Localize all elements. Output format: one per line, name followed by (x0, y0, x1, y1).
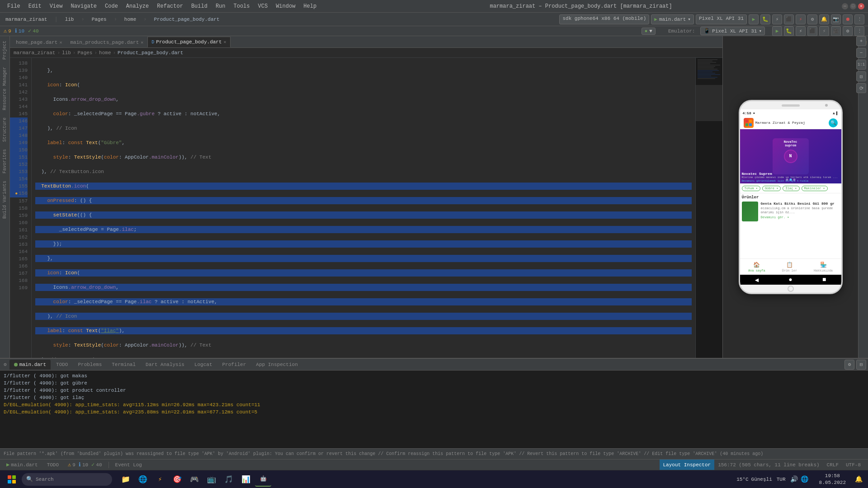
settings-btn[interactable]: ⚙ (807, 14, 817, 24)
project-name[interactable]: marmara_ziraat (4, 16, 49, 23)
taskbar-search[interactable]: 🔍 Search (22, 473, 112, 486)
menu-tools[interactable]: Tools (230, 2, 254, 10)
cat-ilac[interactable]: İlaç ▾ (783, 186, 799, 191)
emulator-debug[interactable]: 🐛 (784, 26, 794, 36)
emulator-stop[interactable]: ⬛ (807, 26, 817, 36)
sidebar-project[interactable]: Project (1, 38, 8, 62)
camera-btn[interactable]: 📷 (831, 14, 841, 24)
stop-button[interactable]: ⬛ (784, 14, 794, 24)
line-col-indicator[interactable]: 156:72 (505 chars, 11 line breaks) (714, 460, 823, 470)
console-tab-problems[interactable]: Problems (73, 360, 106, 370)
android-home[interactable]: ● (788, 276, 792, 283)
taskbar-android-studio[interactable]: 🤖 (255, 472, 271, 487)
taskbar-app-3[interactable]: 🎮 (186, 472, 203, 487)
cat-makineler[interactable]: Makineler ▾ (802, 186, 828, 191)
notification-center[interactable]: 🔔 (853, 475, 864, 483)
console-tab-dart-analysis[interactable]: Dart Analysis (141, 360, 189, 370)
problems-status[interactable]: ⚠ 9 ℹ 10 ✓ 40 (65, 460, 104, 470)
pages-path[interactable]: Pages (90, 16, 108, 23)
notification-btn[interactable]: 🔔 (819, 14, 829, 24)
info-bar-text[interactable]: File pattern '*.apk' (from 'bundled' plu… (4, 451, 763, 456)
emulator-settings[interactable]: ⚙ (843, 26, 853, 36)
crlf-indicator[interactable]: CRLF (823, 460, 842, 470)
menu-help[interactable]: Help (300, 2, 320, 10)
android-recents[interactable]: ■ (822, 276, 826, 283)
run-config-selector[interactable]: ▶ main.dart ▾ (651, 14, 694, 24)
sidebar-favorites[interactable]: Favorites (1, 146, 8, 176)
zoom-out-button[interactable]: − (856, 48, 866, 58)
console-content[interactable]: I/flutter ( 4900): got makas I/flutter (… (0, 371, 868, 448)
taskbar-app-6[interactable]: 📊 (238, 472, 254, 487)
console-expand-btn[interactable]: ⊟ (856, 360, 866, 370)
menu-edit[interactable]: Edit (25, 2, 45, 10)
home-path[interactable]: home (123, 16, 138, 23)
menu-build[interactable]: Build (188, 2, 211, 10)
todo-status[interactable]: TODO (44, 460, 61, 470)
rotate-button[interactable]: ⟳ (856, 83, 866, 93)
start-button[interactable] (4, 472, 20, 487)
menu-window[interactable]: Window (272, 2, 299, 10)
network-icon[interactable]: 🌐 (801, 475, 808, 483)
emulator-coverage[interactable]: ⚡ (796, 26, 806, 36)
device-selector[interactable]: 📱 Pixel XL API 31 ▾ (700, 27, 765, 35)
close-tab-2[interactable]: ✕ (224, 39, 226, 45)
menu-file[interactable]: File (4, 2, 24, 10)
nav-about[interactable]: 🏪 Hakkımızda (814, 262, 833, 272)
console-tab-app-inspection[interactable]: App Inspection (251, 360, 302, 370)
nav-home[interactable]: 🏠 Ana sayfa (748, 262, 765, 272)
speaker-icon[interactable]: 🔊 (790, 475, 798, 483)
taskbar-app-5[interactable]: 🎵 (221, 472, 237, 487)
emulator-run[interactable]: ▶ (772, 26, 782, 36)
sdk-selector[interactable]: sdk gphone64 x86 64 (mobile) (559, 14, 649, 24)
warnings-count[interactable]: ⚠ 9 (4, 28, 11, 34)
cat-tohum[interactable]: Tohum ▾ (742, 186, 760, 191)
close-button[interactable]: ✕ (858, 3, 864, 9)
taskbar-app-4[interactable]: 📺 (203, 472, 220, 487)
lib-path[interactable]: lib (63, 16, 76, 23)
taskbar-chrome[interactable]: 🌐 (135, 472, 151, 487)
menu-bar[interactable]: File Edit View Navigate Code Analyze Ref… (4, 2, 320, 10)
menu-code[interactable]: Code (101, 2, 122, 10)
info-count[interactable]: ℹ 10 (15, 28, 24, 34)
file-path[interactable]: Product_page_body.dart (152, 16, 221, 23)
android-back[interactable]: ◀ (755, 276, 759, 284)
taskbar-app-1[interactable]: ⚡ (152, 472, 168, 487)
menu-run[interactable]: Run (212, 2, 229, 10)
app-search-button[interactable]: 🔍 (829, 118, 838, 127)
console-tab-run[interactable]: main.dart (9, 360, 51, 370)
code-content[interactable]: }, icon: Icon( Icons.arrow_drop_down, co… (32, 58, 695, 358)
run-with-coverage[interactable]: ⚡ (772, 14, 782, 24)
fit-button[interactable]: ⊡ (856, 71, 866, 81)
product-card[interactable]: Genta Katı Bitkı Besini Gül 800 gr eczac… (742, 202, 840, 221)
close-tab-0[interactable]: ✕ (59, 40, 62, 45)
console-tab-profiler[interactable]: Profiler (218, 360, 251, 370)
cat-gubre[interactable]: Gübre ▾ (762, 186, 781, 191)
run-button[interactable]: ▶ (749, 14, 759, 24)
keyboard-layout[interactable]: TUR (775, 477, 788, 482)
window-controls[interactable]: ─ □ ✕ (842, 3, 864, 9)
console-settings-btn[interactable]: ⚙ (844, 360, 854, 370)
run-dropdown[interactable]: ● ▼ (642, 28, 656, 35)
api-level-selector[interactable]: Pixel XL API 31 (696, 14, 747, 24)
encoding-indicator[interactable]: UTF-8 (842, 460, 864, 470)
run-status-indicator[interactable]: ▶ main.dart (4, 460, 41, 470)
taskbar-explorer[interactable]: 📁 (118, 472, 134, 487)
emulator-profile[interactable]: ⚡ (819, 26, 829, 36)
zoom-level[interactable]: 1:1 (856, 60, 866, 70)
minimap[interactable] (695, 58, 722, 358)
menu-vcs[interactable]: VCS (255, 2, 272, 10)
more-btn[interactable]: ⋮ (854, 14, 864, 24)
menu-navigate[interactable]: Navigate (67, 2, 100, 10)
console-tab-todo[interactable]: TODO (52, 360, 72, 370)
taskbar-app-2[interactable]: 🎯 (169, 472, 185, 487)
emulator-camera[interactable]: 🎥 (831, 26, 841, 36)
ok-count[interactable]: ✓ 40 (28, 28, 38, 34)
tab-product-page-body[interactable]: D Product_page_body.dart ✕ (147, 37, 230, 47)
tab-home-page[interactable]: home_page.dart ✕ (12, 37, 66, 47)
menu-analyze[interactable]: Analyze (123, 2, 152, 10)
product-link[interactable]: Devamını gör. ▾ (761, 216, 840, 219)
sidebar-build-variants[interactable]: Build Variants (1, 178, 8, 221)
record-btn[interactable]: ⏺ (843, 14, 853, 24)
console-tab-terminal[interactable]: Terminal (107, 360, 140, 370)
taskbar-clock[interactable]: 19:58 8.05.2022 (816, 473, 849, 486)
